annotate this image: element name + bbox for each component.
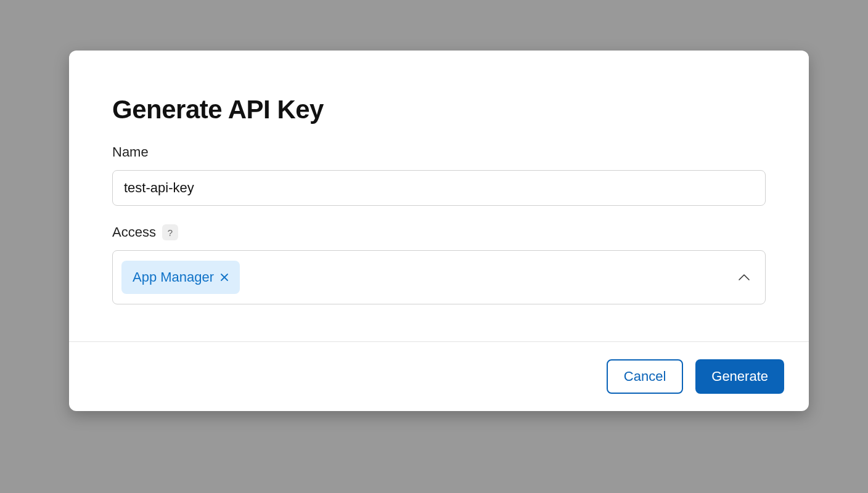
- access-chips: App Manager: [121, 261, 240, 294]
- name-label-text: Name: [112, 144, 149, 160]
- access-select[interactable]: App Manager: [112, 250, 766, 304]
- access-label: Access ?: [112, 224, 766, 240]
- generate-button[interactable]: Generate: [695, 359, 784, 394]
- generate-api-key-modal: Generate API Key Name Access ? App Manag…: [69, 51, 809, 411]
- name-input[interactable]: [112, 170, 766, 206]
- chevron-up-icon: [738, 274, 750, 281]
- access-label-text: Access: [112, 224, 156, 240]
- access-chip-label: App Manager: [133, 269, 214, 285]
- name-label: Name: [112, 144, 766, 160]
- help-icon[interactable]: ?: [162, 224, 178, 240]
- access-chip-app-manager: App Manager: [121, 261, 240, 294]
- remove-chip-icon[interactable]: [220, 273, 229, 282]
- modal-footer: Cancel Generate: [69, 341, 809, 411]
- cancel-button[interactable]: Cancel: [607, 359, 683, 394]
- modal-body: Generate API Key Name Access ? App Manag…: [69, 51, 809, 341]
- modal-title: Generate API Key: [112, 95, 766, 124]
